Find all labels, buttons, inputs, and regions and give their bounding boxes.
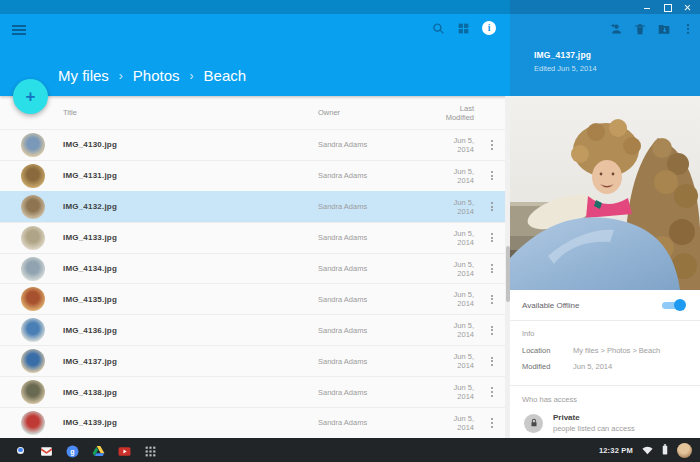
breadcrumb-beach[interactable]: Beach	[204, 67, 247, 84]
file-modified: Jun 5, 2014	[437, 414, 474, 432]
file-name: IMG_4136.jpg	[63, 326, 318, 335]
photo-preview[interactable]	[510, 96, 700, 290]
file-thumbnail	[21, 195, 45, 219]
search-icon[interactable]	[432, 22, 445, 35]
access-description: people listed can access	[553, 424, 635, 433]
file-owner: Sandra Adams	[318, 418, 437, 427]
breadcrumb-photos[interactable]: Photos	[133, 67, 180, 84]
drive-icon[interactable]	[92, 444, 105, 457]
file-owner: Sandra Adams	[318, 233, 437, 242]
more-vert-icon[interactable]	[487, 232, 497, 244]
add-fab[interactable]: +	[13, 79, 48, 114]
file-row[interactable]: IMG_4130.jpg Sandra Adams Jun 5, 2014	[0, 129, 510, 160]
file-row[interactable]: IMG_4136.jpg Sandra Adams Jun 5, 2014	[0, 314, 510, 345]
person-add-icon[interactable]	[609, 22, 623, 36]
breadcrumb-separator: ›	[190, 69, 194, 83]
details-pane: IMG_4137.jpg Edited Jun 5, 2014	[510, 0, 700, 438]
available-offline-label: Available Offline	[522, 301, 580, 310]
access-name: Private	[553, 413, 635, 422]
gmail-icon[interactable]	[40, 444, 53, 457]
user-avatar[interactable]	[677, 443, 692, 458]
file-row[interactable]: IMG_4132.jpg Sandra Adams Jun 5, 2014	[0, 191, 510, 222]
more-vert-icon[interactable]	[487, 139, 497, 151]
file-thumbnail	[21, 257, 45, 281]
scrollbar-thumb[interactable]	[506, 246, 510, 302]
file-modified: Jun 5, 2014	[437, 167, 474, 185]
file-row[interactable]: IMG_4137.jpg Sandra Adams Jun 5, 2014	[0, 345, 510, 376]
who-has-access-label: Who has access	[522, 395, 688, 404]
file-owner: Sandra Adams	[318, 202, 437, 211]
file-row[interactable]: IMG_4138.jpg Sandra Adams Jun 5, 2014	[0, 376, 510, 407]
window-titlebar	[0, 0, 700, 14]
more-vert-icon[interactable]	[487, 201, 497, 213]
file-name: IMG_4132.jpg	[63, 202, 318, 211]
move-to-folder-icon[interactable]	[657, 22, 671, 36]
file-name: IMG_4138.jpg	[63, 388, 318, 397]
file-owner: Sandra Adams	[318, 326, 437, 335]
file-list-pane: i My files › Photos › Beach + Title Owne…	[0, 0, 510, 438]
file-thumbnail	[21, 226, 45, 250]
file-name: IMG_4134.jpg	[63, 264, 318, 273]
file-owner: Sandra Adams	[318, 295, 437, 304]
files-app-window: i My files › Photos › Beach + Title Owne…	[0, 0, 700, 462]
file-thumbnail	[21, 411, 45, 435]
status-tray[interactable]: 12:32 PM	[599, 441, 692, 459]
column-owner[interactable]: Owner	[318, 108, 437, 117]
available-offline-toggle[interactable]	[662, 299, 686, 311]
chrome-icon[interactable]	[14, 444, 27, 457]
delete-icon[interactable]	[633, 22, 647, 36]
selected-file-subtitle: Edited Jun 5, 2014	[534, 64, 597, 73]
google-icon[interactable]: g	[66, 444, 79, 457]
apps-grid-icon[interactable]	[144, 444, 157, 457]
file-name: IMG_4139.jpg	[63, 418, 318, 427]
info-label: Info	[522, 329, 688, 338]
minimize-icon[interactable]	[642, 2, 652, 12]
info-section: Info Location My files > Photos > Beach …	[510, 321, 700, 386]
more-vert-icon[interactable]	[487, 386, 497, 398]
file-row[interactable]: IMG_4131.jpg Sandra Adams Jun 5, 2014	[0, 160, 510, 191]
column-title[interactable]: Title	[63, 108, 318, 117]
file-row[interactable]: IMG_4133.jpg Sandra Adams Jun 5, 2014	[0, 222, 510, 253]
clock: 12:32 PM	[599, 446, 633, 455]
location-value: My files > Photos > Beach	[573, 346, 660, 355]
file-modified: Jun 5, 2014	[437, 352, 474, 370]
more-vert-icon[interactable]	[487, 170, 497, 182]
more-vert-icon[interactable]	[487, 417, 497, 429]
file-modified: Jun 5, 2014	[437, 136, 474, 154]
maximize-icon[interactable]	[662, 2, 672, 12]
breadcrumb: My files › Photos › Beach	[58, 67, 246, 84]
file-owner: Sandra Adams	[318, 171, 437, 180]
file-modified: Jun 5, 2014	[437, 198, 474, 216]
info-icon[interactable]: i	[482, 21, 496, 35]
file-thumbnail	[21, 133, 45, 157]
app-header: i My files › Photos › Beach	[0, 0, 510, 96]
modified-label: Modified	[522, 362, 573, 371]
file-list: IMG_4130.jpg Sandra Adams Jun 5, 2014 IM…	[0, 129, 510, 438]
location-label: Location	[522, 346, 573, 355]
file-modified: Jun 5, 2014	[437, 321, 474, 339]
more-vert-icon[interactable]	[681, 22, 695, 36]
column-last-modified[interactable]: Last Modified	[437, 104, 474, 122]
more-vert-icon[interactable]	[487, 293, 497, 305]
file-thumbnail	[21, 380, 45, 404]
breadcrumb-my-files[interactable]: My files	[58, 67, 109, 84]
lock-icon	[524, 414, 543, 433]
file-owner: Sandra Adams	[318, 140, 437, 149]
more-vert-icon[interactable]	[487, 324, 497, 336]
menu-icon[interactable]	[12, 25, 26, 36]
breadcrumb-separator: ›	[119, 69, 123, 83]
file-row[interactable]: IMG_4135.jpg Sandra Adams Jun 5, 2014	[0, 283, 510, 314]
file-thumbnail	[21, 318, 45, 342]
selected-file-title: IMG_4137.jpg	[534, 50, 591, 60]
youtube-icon[interactable]	[118, 444, 131, 457]
file-row[interactable]: IMG_4134.jpg Sandra Adams Jun 5, 2014	[0, 253, 510, 284]
wifi-icon	[642, 441, 653, 459]
shelf: g 12:32 PM	[0, 438, 700, 462]
file-modified: Jun 5, 2014	[437, 290, 474, 308]
more-vert-icon[interactable]	[487, 263, 497, 275]
file-row[interactable]: IMG_4139.jpg Sandra Adams Jun 5, 2014	[0, 407, 510, 438]
close-icon[interactable]	[682, 2, 692, 12]
svg-text:g: g	[70, 447, 74, 455]
grid-view-icon[interactable]	[457, 22, 470, 35]
more-vert-icon[interactable]	[487, 355, 497, 367]
